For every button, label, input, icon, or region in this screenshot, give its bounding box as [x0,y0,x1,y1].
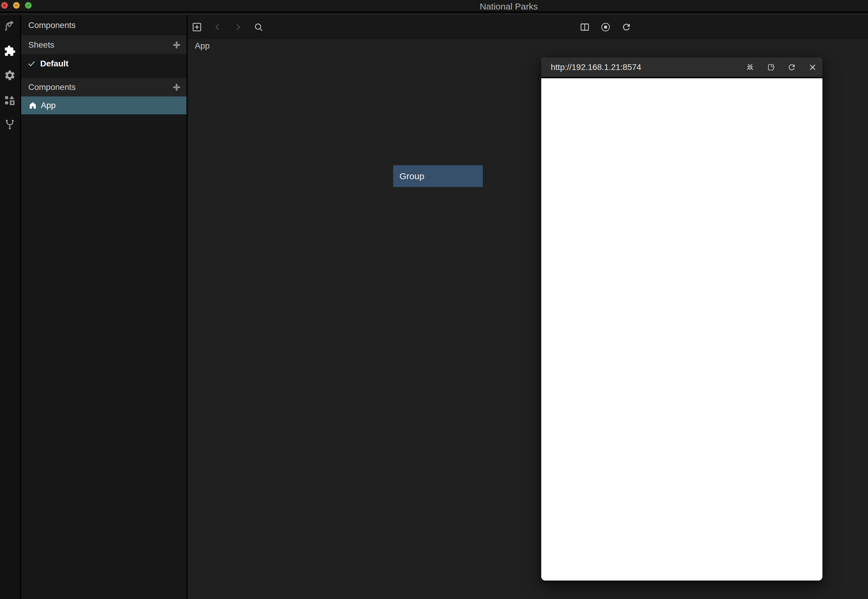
component-item-label: App [41,101,56,110]
gear-icon[interactable] [4,69,16,81]
sheet-item-label: Default [40,59,68,68]
group-element[interactable]: Group [393,165,483,187]
add-component-button[interactable] [172,82,182,92]
components-section-title: Components [28,83,76,92]
titlebar: National Parks [0,0,868,13]
preview-actions [746,63,817,72]
close-window-button[interactable] [1,2,8,9]
preview-window: http://192.168.1.21:8574 [541,57,823,581]
add-sheet-button[interactable] [172,40,182,50]
window-title: National Parks [479,0,538,13]
panel-title: Components [21,15,187,35]
inspect-page-icon[interactable] [766,63,775,72]
toolbar-right-group [580,15,631,39]
sheets-section-title: Sheets [28,40,54,50]
debug-icon[interactable] [746,63,755,72]
preview-content[interactable] [541,78,823,581]
components-panel: Components Sheets Default Components App [21,15,188,599]
split-view-icon[interactable] [580,22,590,32]
design-canvas[interactable]: App Group http://192.168.1.21:8574 [188,39,868,599]
sheets-section-header: Sheets [21,35,187,54]
forward-icon[interactable] [233,22,243,32]
breadcrumb[interactable]: App [195,40,210,52]
traffic-lights [1,2,32,9]
puzzle-icon[interactable] [4,45,16,57]
zoom-window-button[interactable] [25,2,32,9]
components-section-header: Components [21,78,187,96]
search-icon[interactable] [253,22,264,32]
back-icon[interactable] [212,22,223,32]
toolbar-left-group [192,22,264,32]
branch-icon[interactable] [4,119,16,130]
preview-reload-icon[interactable] [787,63,796,72]
editor-toolbar [188,15,868,39]
close-icon[interactable] [808,63,817,72]
main-area: Components Sheets Default Components App [0,15,868,599]
home-icon [28,101,37,110]
preview-header: http://192.168.1.21:8574 [541,57,823,78]
activity-rail [0,15,21,599]
reload-icon[interactable] [621,22,631,32]
app-window: National Parks [0,0,868,599]
editor-column: App Group http://192.168.1.21:8574 [188,15,868,599]
sheet-item-default[interactable]: Default [21,54,187,73]
shapes-install-icon[interactable] [4,95,16,107]
route-icon[interactable] [4,20,16,32]
add-component-icon[interactable] [192,22,202,32]
component-item-app[interactable]: App [21,96,187,114]
group-element-label: Group [399,171,424,181]
preview-url[interactable]: http://192.168.1.21:8574 [551,63,746,72]
stop-icon[interactable] [601,22,610,32]
check-icon [27,59,36,68]
minimize-window-button[interactable] [13,2,20,9]
